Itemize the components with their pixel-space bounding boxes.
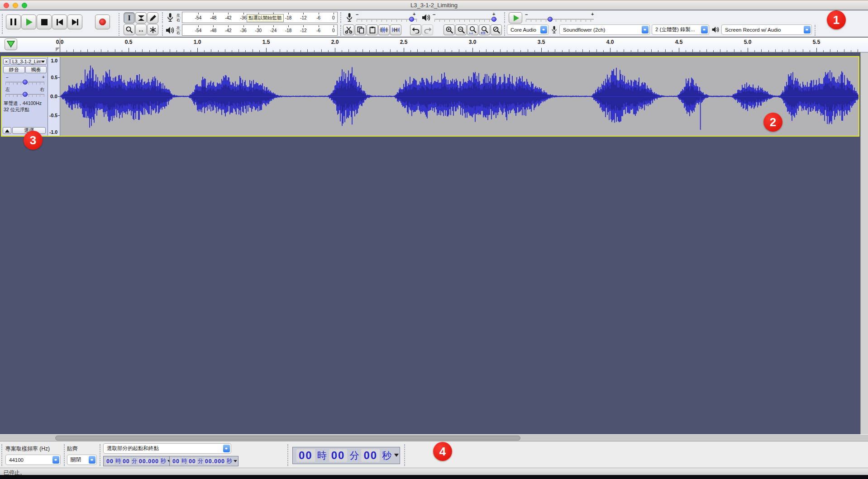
snap-dropdown[interactable]: 關閉 [67, 455, 97, 465]
gain-slider[interactable] [5, 80, 44, 85]
recording-device-value: Soundflower (2ch) [563, 27, 605, 33]
snap-label: 貼齊 [67, 445, 78, 453]
stop-icon [41, 19, 48, 25]
spare-gripper[interactable] [815, 25, 816, 36]
record-meter-tooltip: 點選以開始監聽 [247, 14, 284, 22]
play-speed-slider[interactable] [526, 17, 594, 22]
copy-button[interactable] [355, 24, 366, 35]
horizontal-scrollbar-thumb[interactable] [55, 436, 520, 441]
timeline-ruler[interactable]: 0.00.51.01.52.02.53.03.54.04.55.05.5 [0, 38, 868, 52]
selection-end-field[interactable]: 00時00分00.000秒 [169, 456, 238, 466]
zoom-in-button[interactable] [444, 24, 455, 35]
playhead-marker[interactable] [56, 47, 60, 52]
play-at-speed-button[interactable] [509, 12, 522, 24]
paste-button[interactable] [367, 24, 378, 35]
scale-05: 0.5 [51, 75, 57, 80]
selection-section-gripper[interactable] [100, 444, 100, 466]
time-section-gripper[interactable] [287, 444, 288, 466]
tools-toolbar-gripper[interactable] [119, 13, 119, 36]
undo-button[interactable] [410, 24, 421, 35]
envelope-tool-button[interactable] [135, 12, 147, 24]
zoom-toggle-button[interactable] [491, 24, 502, 35]
zoom-tool-button[interactable] [124, 24, 135, 35]
cut-button[interactable] [343, 24, 354, 35]
audio-position-field[interactable]: 00時00分00秒 [292, 447, 400, 464]
project-rate-label: 專案取樣頻率 (Hz) [5, 445, 50, 453]
output-device-icon [711, 25, 720, 34]
transport-toolbar-gripper[interactable] [2, 14, 3, 34]
snap-section-gripper[interactable] [64, 444, 65, 466]
rate-section-gripper[interactable] [1, 444, 2, 466]
pause-button[interactable] [6, 14, 21, 29]
edit-toolbar-gripper[interactable] [340, 25, 341, 36]
status-bar: 已停止。 [0, 468, 868, 475]
track-name-menu[interactable]: L3_3-1-2_Lim [10, 58, 47, 65]
project-rate-dropdown[interactable]: 44100 [5, 455, 61, 465]
playback-volume-knob[interactable] [491, 17, 496, 22]
playback-meter-gripper[interactable] [162, 25, 163, 36]
chevron-down-icon[interactable] [234, 460, 237, 464]
scale-neg05: -0.5 [49, 113, 57, 118]
vertical-scale-ruler[interactable]: 1.0 0.5 0.0 -0.5 -1.0 [48, 57, 60, 136]
selection-start-field[interactable]: 00時00分00.000秒 [103, 456, 172, 466]
scale-neg1: -1.0 [49, 129, 57, 135]
playback-device-dropdown[interactable]: Screen Record w/ Audio [721, 24, 812, 35]
zoom-toggle-icon [492, 26, 501, 34]
zoom-fit-button[interactable] [479, 24, 490, 35]
playback-volume-slider[interactable] [434, 17, 497, 22]
playback-device-value: Screen Record w/ Audio [725, 27, 781, 33]
green-triangle-icon [6, 41, 15, 48]
trim-audio-button[interactable] [378, 24, 390, 35]
horizontal-scrollbar[interactable] [0, 434, 868, 441]
solo-button[interactable]: 獨奏 [25, 66, 47, 73]
gain-knob[interactable] [23, 80, 28, 85]
record-button[interactable] [95, 14, 110, 29]
playspeed-toolbar-gripper[interactable] [504, 12, 505, 23]
chevron-down-icon[interactable] [394, 454, 399, 459]
skip-to-end-button[interactable] [67, 14, 82, 29]
collapse-track-button[interactable] [3, 127, 11, 134]
vertical-scrollbar[interactable] [860, 52, 868, 434]
dropdown-arrows-icon [642, 26, 649, 33]
end-section-gripper[interactable] [404, 444, 405, 466]
audio-host-dropdown[interactable]: Core Audio [507, 24, 548, 35]
pinned-playhead-button[interactable] [5, 38, 17, 50]
waveform-area[interactable] [60, 57, 858, 136]
pan-slider[interactable] [5, 92, 44, 97]
recording-meter-gripper[interactable] [162, 12, 163, 23]
copy-icon [357, 26, 364, 33]
zoom-selection-button[interactable] [467, 24, 478, 35]
recording-channels-dropdown[interactable]: 2 (立體聲) 錄製... [652, 24, 709, 35]
pan-knob[interactable] [23, 92, 28, 97]
skip-to-start-button[interactable] [52, 14, 67, 29]
mixer-toolbar-gripper[interactable] [340, 12, 341, 23]
play-button[interactable] [21, 14, 36, 29]
selection-mode-dropdown[interactable]: 選取部分的起點和終點 [103, 443, 231, 454]
draw-tool-button[interactable] [147, 12, 158, 24]
waveform-canvas[interactable] [60, 57, 858, 136]
play-speed-knob[interactable] [548, 17, 553, 22]
stop-button[interactable] [37, 14, 52, 29]
recording-volume-slider[interactable] [357, 17, 417, 22]
device-toolbar-gripper[interactable] [504, 25, 505, 36]
zoom-out-button[interactable] [455, 24, 467, 35]
skip-to-end-icon [72, 19, 78, 25]
play-icon [26, 19, 33, 26]
toolbar-dock: I ↔ 左右 -54-48-42-36-30-24-18-12-60 點選以開始… [0, 10, 868, 37]
recording-volume-knob[interactable] [409, 17, 414, 22]
close-track-button[interactable]: × [3, 58, 10, 65]
recording-device-dropdown[interactable]: Soundflower (2ch) [559, 24, 650, 35]
multi-tool-button[interactable] [147, 24, 158, 35]
playback-meter[interactable]: -54-48-42-36-30-24-18-12-60 [182, 24, 338, 36]
ruler-label: 4.0 [606, 39, 614, 45]
redo-button[interactable] [422, 24, 433, 35]
mute-button[interactable]: 靜音 [3, 66, 25, 73]
annotation-badge-2: 2 [763, 113, 782, 132]
selection-tool-button[interactable]: I [124, 12, 135, 24]
ruler-label: 0.0 [56, 39, 64, 45]
speed-slider-plus: + [591, 12, 594, 17]
silence-audio-button[interactable] [390, 24, 401, 35]
zoom-fit-icon [481, 26, 489, 34]
mixer-speaker-icon [421, 13, 431, 23]
timeshift-tool-button[interactable]: ↔ [135, 24, 147, 35]
